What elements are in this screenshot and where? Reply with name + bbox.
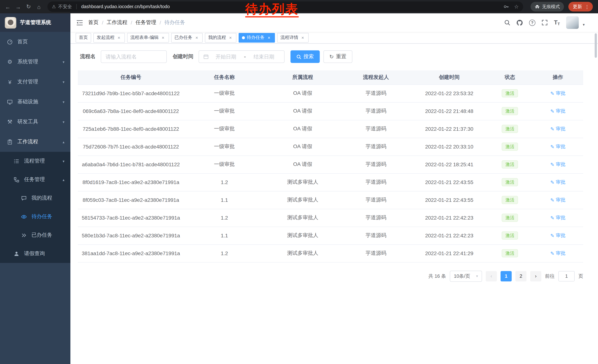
approve-link[interactable]: ✎ 审批 xyxy=(550,214,565,221)
prev-page-button[interactable]: ‹ xyxy=(486,271,497,281)
sidebar-item-leave-query[interactable]: 请假查询 xyxy=(0,244,70,263)
end-date-input[interactable] xyxy=(248,54,280,60)
browser-window: ← → ↻ ⌂ ⚠ 不安全 dashboard.yudao.iocoder.cn… xyxy=(0,0,598,364)
sidebar-item-workflow[interactable]: 工作流程 ▴ xyxy=(0,132,70,152)
tab-todo-tasks[interactable]: 待办任务 × xyxy=(239,33,275,42)
page-size-select[interactable]: 10条/页 ▾ xyxy=(450,270,482,282)
cell-task-id: 58154733-7ac8-11ec-a9e2-a2380e71991a xyxy=(78,209,184,226)
edit-icon: ✎ xyxy=(550,90,555,96)
tab-start-process[interactable]: 发起流程 × xyxy=(93,33,125,42)
date-range-separator: - xyxy=(243,53,247,60)
app-shell: 芋道管理系统 首页 ⚙ 系统管理 ▾ ¥ 支付管理 ▾ xyxy=(0,13,598,364)
sidebar-item-label: 流程管理 xyxy=(24,158,45,164)
breadcrumb-item-workflow[interactable]: 工作流程 xyxy=(107,19,127,26)
browser-back-button[interactable]: ← xyxy=(3,2,13,11)
cell-process: OA 请假 xyxy=(265,102,341,120)
sidebar-item-dev-tools[interactable]: ⚒ 研发工具 ▾ xyxy=(0,112,70,132)
create-time-range-picker[interactable]: - xyxy=(199,50,284,63)
browser-menu-icon[interactable]: ⋮ xyxy=(585,4,590,9)
breadcrumb-separator: / xyxy=(102,20,103,25)
pagination: 共 16 条 10条/页 ▾ ‹ 1 2 › 前往 页 xyxy=(78,270,583,282)
sidebar-item-label: 首页 xyxy=(17,39,28,45)
browser-forward-button[interactable]: → xyxy=(13,2,23,11)
cell-create-time: 2022-01-21 22:43:55 xyxy=(411,191,487,209)
sidebar-item-label: 已办任务 xyxy=(32,232,52,238)
chevron-up-icon: ▴ xyxy=(63,178,65,182)
tab-close-icon[interactable]: × xyxy=(266,35,272,40)
tab-process-form-edit[interactable]: 流程表单-编辑 × xyxy=(127,33,169,42)
tab-process-detail[interactable]: 流程详情 × xyxy=(277,33,309,42)
sidebar-collapse-icon[interactable] xyxy=(76,20,83,25)
sidebar-item-todo-tasks[interactable]: 待办任务 xyxy=(0,207,70,226)
approve-link-label: 审批 xyxy=(556,90,565,97)
approve-link[interactable]: ✎ 审批 xyxy=(550,232,565,239)
sidebar-item-label: 请假查询 xyxy=(24,250,45,257)
reset-button[interactable]: ↻ 重置 xyxy=(324,50,352,63)
font-size-icon[interactable]: TT xyxy=(554,19,560,26)
cell-task-id: a6aba0a4-7b6d-11ec-b781-acde48001122 xyxy=(78,155,184,173)
approve-link[interactable]: ✎ 审批 xyxy=(550,161,565,168)
search-icon[interactable] xyxy=(504,20,510,25)
avatar-caret-down-icon[interactable]: ▾ xyxy=(583,23,585,29)
tab-close-icon[interactable]: × xyxy=(116,35,122,40)
cell-task-name: 1.1 xyxy=(184,226,265,244)
approve-link[interactable]: ✎ 审批 xyxy=(550,250,565,257)
tab-close-icon[interactable]: × xyxy=(228,35,233,40)
browser-home-button[interactable]: ⌂ xyxy=(34,2,44,11)
breadcrumb-item-home[interactable]: 首页 xyxy=(88,19,99,26)
next-page-button[interactable]: › xyxy=(530,271,541,281)
search-button[interactable]: 搜索 xyxy=(291,50,320,63)
sidebar-item-done-tasks[interactable]: 已办任务 xyxy=(0,226,70,244)
cell-initiator: 芋道源码 xyxy=(341,173,411,191)
browser-refresh-button[interactable]: ↻ xyxy=(24,2,33,11)
cell-task-name: 一级审批 xyxy=(184,138,265,155)
help-icon[interactable]: ? xyxy=(529,19,535,26)
url-text[interactable]: dashboard.yudao.iocoder.cn/bpm/task/todo xyxy=(81,4,170,9)
search-icon xyxy=(296,54,301,59)
approve-link[interactable]: ✎ 审批 xyxy=(550,143,565,150)
cell-task-id: 725a1eb6-7b88-11ec-8ef0-acde48001122 xyxy=(78,120,184,138)
sidebar-item-system-management[interactable]: ⚙ 系统管理 ▾ xyxy=(0,52,70,72)
tab-my-process[interactable]: 我的流程 × xyxy=(205,33,236,42)
browser-update-button[interactable]: 更新 ⋮ xyxy=(568,2,593,11)
security-label[interactable]: 不安全 xyxy=(58,4,72,10)
tab-close-icon[interactable]: × xyxy=(300,35,305,40)
tab-done-tasks[interactable]: 已办任务 × xyxy=(171,33,203,42)
top-navbar: 首页 / 工作流程 / 任务管理 / 待办任务 ? xyxy=(70,13,598,32)
page-button-2[interactable]: 2 xyxy=(515,271,526,281)
github-icon[interactable] xyxy=(516,19,523,26)
sidebar-item-task-management[interactable]: 任务管理 ▴ xyxy=(0,170,70,189)
cell-task-id: 381aa1dd-7ac8-11ec-a9e2-a2380e71991a xyxy=(78,244,184,262)
cell-initiator: 芋道源码 xyxy=(341,102,411,120)
sidebar-item-my-process[interactable]: 我的流程 xyxy=(0,189,70,207)
start-date-input[interactable] xyxy=(210,54,242,60)
scrollbar-thumb[interactable] xyxy=(595,33,597,58)
bookmark-star-icon[interactable]: ☆ xyxy=(514,4,519,10)
sidebar-item-label: 任务管理 xyxy=(24,176,45,183)
breadcrumb-item-task-management[interactable]: 任务管理 xyxy=(136,19,156,26)
password-key-icon[interactable] xyxy=(504,4,509,9)
incognito-spy-icon xyxy=(535,4,540,9)
sidebar-item-infrastructure[interactable]: 基础设施 ▾ xyxy=(0,92,70,112)
status-badge: 激活 xyxy=(502,231,518,240)
tab-close-icon[interactable]: × xyxy=(160,35,166,40)
process-name-input[interactable] xyxy=(106,54,162,60)
approve-link[interactable]: ✎ 审批 xyxy=(550,108,565,114)
status-badge: 激活 xyxy=(502,160,518,169)
tab-label: 我的流程 xyxy=(208,34,226,41)
approve-link[interactable]: ✎ 审批 xyxy=(550,126,565,132)
sidebar-item-payment-management[interactable]: ¥ 支付管理 ▾ xyxy=(0,72,70,92)
sidebar-item-home[interactable]: 首页 xyxy=(0,32,70,52)
approve-link[interactable]: ✎ 审批 xyxy=(550,90,565,97)
sidebar-item-process-management[interactable]: 流程管理 ▾ xyxy=(0,152,70,170)
breadcrumb-separator: / xyxy=(131,20,132,25)
fullscreen-icon[interactable] xyxy=(542,20,548,25)
tab-close-icon[interactable]: × xyxy=(194,35,199,40)
sidebar-logo[interactable]: 芋道管理系统 xyxy=(0,13,70,32)
approve-link[interactable]: ✎ 审批 xyxy=(550,179,565,186)
user-avatar[interactable] xyxy=(566,16,579,29)
approve-link[interactable]: ✎ 审批 xyxy=(550,197,565,203)
page-button-1[interactable]: 1 xyxy=(500,271,512,281)
tab-home[interactable]: 首页 xyxy=(75,33,91,42)
goto-page-input[interactable] xyxy=(558,271,575,281)
